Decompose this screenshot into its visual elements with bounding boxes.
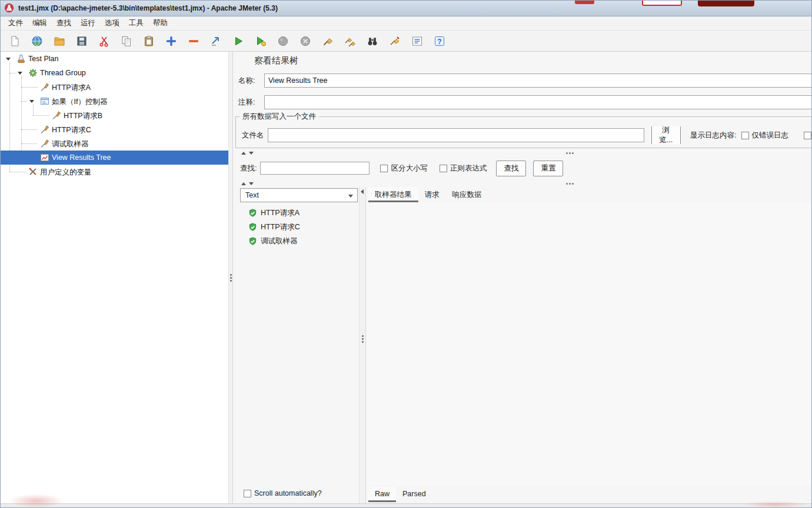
browse-button[interactable]: 浏览...: [651, 126, 681, 144]
expand-toggle-icon[interactable]: [29, 100, 34, 103]
copy-icon: [121, 35, 132, 47]
case-sensitive-checkbox[interactable]: 区分大小写: [380, 163, 428, 173]
test-plan-icon: [16, 54, 26, 63]
search-reset-button[interactable]: [386, 33, 404, 49]
reset-button[interactable]: 重置: [533, 161, 563, 176]
success-shield-icon: [248, 209, 257, 218]
checkbox-box-icon[interactable]: [741, 132, 749, 139]
help-icon: ?: [434, 35, 445, 47]
name-row: 名称:: [238, 73, 812, 88]
cut-icon: [98, 35, 110, 47]
cut-button[interactable]: [95, 33, 113, 49]
file-group-title: 所有数据写入一个文件: [239, 112, 319, 122]
tab-parsed[interactable]: Parsed: [396, 487, 432, 502]
if-controller-icon: [40, 96, 49, 106]
checkbox-box-icon[interactable]: [440, 165, 447, 172]
clear-all-button[interactable]: [341, 33, 359, 49]
expand-toggle-icon[interactable]: [18, 72, 22, 75]
debug-sampler-icon: [40, 139, 49, 148]
find-button[interactable]: 查找: [496, 161, 526, 176]
filename-input[interactable]: [268, 128, 644, 142]
user-defined-variables-icon: [28, 167, 38, 176]
toggle-icon: [210, 35, 222, 47]
horizontal-splitter[interactable]: [237, 149, 812, 156]
copy-button[interactable]: [118, 33, 135, 49]
page-title: 察看结果树: [254, 55, 298, 66]
tab-request[interactable]: 请求: [418, 187, 446, 202]
scroll-automatically-checkbox[interactable]: Scroll automatically?: [244, 489, 322, 497]
clear-icon: [322, 35, 334, 47]
tree-item-http-request-b[interactable]: HTTP请求B: [0, 108, 228, 122]
view-results-tree-icon: [40, 153, 49, 162]
tree-content-splitter[interactable]: [228, 52, 233, 503]
collapse-up-icon[interactable]: [241, 149, 246, 155]
collapse-all-button[interactable]: [185, 33, 202, 49]
jmeter-app-icon: [4, 3, 14, 13]
menu-file[interactable]: 文件: [4, 16, 28, 30]
tree-item-user-defined-variables[interactable]: 用户定义的变量: [0, 165, 228, 179]
menu-edit[interactable]: 编辑: [28, 16, 52, 30]
comment-label: 注释:: [238, 98, 264, 108]
paste-button[interactable]: [140, 33, 158, 49]
open-button[interactable]: [51, 33, 68, 49]
menu-options[interactable]: 选项: [100, 16, 124, 30]
tab-response-data[interactable]: 响应数据: [446, 187, 488, 202]
checkbox-box-icon[interactable]: [804, 132, 811, 139]
function-helper-button[interactable]: [408, 33, 426, 49]
renderer-value: Text: [245, 191, 259, 199]
search-input[interactable]: [260, 162, 370, 175]
start-no-pauses-button[interactable]: [252, 33, 269, 49]
collapse-up-icon[interactable]: [241, 180, 246, 185]
tree-item-http-request-c[interactable]: HTTP请求C: [0, 122, 228, 136]
expand-all-button[interactable]: [162, 33, 180, 49]
new-button[interactable]: [6, 33, 24, 49]
menu-search[interactable]: 查找: [52, 16, 76, 30]
tree-item-test-plan[interactable]: Test Plan: [0, 52, 228, 66]
toolbar: ?: [0, 31, 812, 52]
checkbox-box-icon[interactable]: [380, 165, 388, 172]
start-icon: [232, 35, 244, 47]
tree-item-http-request-a[interactable]: HTTP请求A: [0, 80, 228, 94]
expand-toggle-icon[interactable]: [6, 58, 11, 61]
search-icon: [367, 35, 378, 47]
results-splitter[interactable]: [359, 187, 366, 503]
errors-only-checkbox[interactable]: 仅错误日志: [741, 131, 789, 141]
result-item-debug-sampler[interactable]: 调试取样器: [248, 234, 298, 248]
stop-button[interactable]: [274, 33, 292, 49]
save-button[interactable]: [73, 33, 91, 49]
tab-raw[interactable]: Raw: [368, 487, 396, 502]
start-button[interactable]: [229, 33, 247, 49]
tab-sampler-result[interactable]: 取样器结果: [368, 187, 418, 202]
menu-help[interactable]: 帮助: [148, 16, 172, 30]
horizontal-splitter[interactable]: [237, 180, 812, 187]
tree-item-thread-group[interactable]: Thread Group: [0, 66, 228, 80]
collapse-left-icon[interactable]: [361, 189, 364, 194]
success-shield-icon: [248, 223, 257, 232]
result-detail-tabs: 取样器结果 请求 响应数据: [368, 187, 812, 202]
start-no-pauses-icon: [255, 35, 267, 47]
tree-item-debug-sampler[interactable]: 调试取样器: [0, 136, 228, 151]
search-label: 查找:: [240, 163, 257, 173]
checkbox-box-icon[interactable]: [244, 490, 251, 497]
templates-icon: [31, 35, 43, 47]
clear-button[interactable]: [319, 33, 337, 49]
comment-input[interactable]: [264, 95, 812, 109]
function-helper-icon: [411, 35, 423, 47]
tree-item-if-controller[interactable]: 如果（If）控制器: [0, 94, 228, 108]
search-button[interactable]: [364, 33, 381, 49]
renderer-select[interactable]: Text: [240, 188, 358, 202]
result-item-http-request-a[interactable]: HTTP请求A: [248, 206, 299, 220]
regex-checkbox[interactable]: 正则表达式: [440, 163, 487, 173]
menu-tools[interactable]: 工具: [124, 16, 148, 30]
tree-item-view-results-tree[interactable]: View Results Tree: [0, 151, 228, 165]
shutdown-button[interactable]: [297, 33, 314, 49]
templates-button[interactable]: [28, 33, 46, 49]
http-request-icon: [40, 82, 49, 92]
menu-run[interactable]: 运行: [76, 16, 100, 30]
toggle-button[interactable]: [207, 33, 225, 49]
result-item-http-request-c[interactable]: HTTP请求C: [248, 220, 300, 234]
collapse-down-icon[interactable]: [249, 152, 254, 157]
successes-only-checkbox[interactable]: [804, 132, 811, 139]
name-input[interactable]: [264, 73, 812, 88]
help-button[interactable]: ?: [431, 33, 448, 49]
